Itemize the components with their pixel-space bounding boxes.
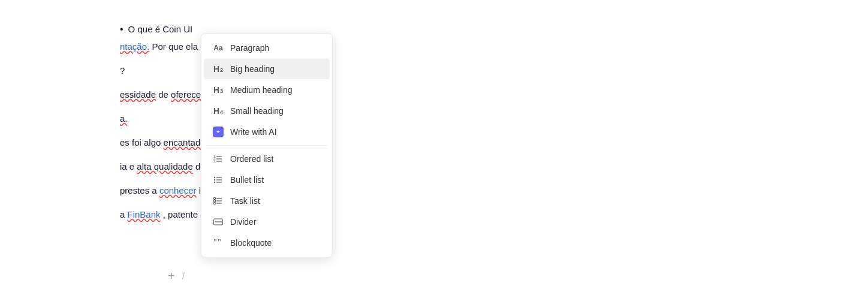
ordered-list-icon: 1. 2. 3. (212, 153, 224, 165)
paragraph-icon: Aa (212, 42, 224, 54)
menu-item-divider[interactable]: Divider (204, 212, 330, 232)
menu-item-label: Task list (230, 196, 260, 206)
editor-area: • O que é Coin UI ntação. Por que ela ex… (0, 0, 868, 301)
menu-item-label: Bullet list (230, 175, 264, 185)
menu-item-label: Small heading (230, 106, 284, 116)
svg-point-6 (214, 177, 215, 178)
menu-item-big-heading[interactable]: H2 Big heading (204, 59, 330, 79)
svg-point-10 (214, 182, 215, 183)
h4-icon: H4 (212, 105, 224, 117)
menu-item-task-list[interactable]: Task list (204, 191, 330, 211)
menu-item-label: Divider (230, 217, 257, 227)
slash-command[interactable]: / (182, 271, 185, 282)
svg-rect-16 (214, 203, 216, 204)
bullet-list-icon (212, 174, 224, 186)
menu-divider (206, 145, 327, 146)
svg-rect-14 (214, 200, 216, 202)
text-span: ntação. (120, 41, 149, 52)
h2-icon: H2 (212, 63, 224, 75)
menu-item-label: Ordered list (230, 154, 273, 164)
menu-item-label: Paragraph (230, 43, 269, 53)
menu-item-write-ai[interactable]: ✦ Write with AI (204, 122, 330, 142)
svg-text:3.: 3. (213, 159, 216, 163)
menu-item-label: Blockquote (230, 238, 272, 248)
bottom-toolbar: + / (168, 269, 185, 283)
bullet-text: O que é Coin UI (128, 24, 193, 34)
menu-item-label: Write with AI (230, 127, 277, 137)
svg-text:": " (218, 238, 221, 247)
task-list-icon (212, 195, 224, 207)
ai-icon: ✦ (212, 126, 224, 138)
format-dropdown: Aa Paragraph H2 Big heading H3 Medium he… (201, 33, 333, 258)
divider-icon (212, 216, 224, 228)
svg-text:": " (213, 238, 217, 247)
menu-item-label: Big heading (230, 64, 275, 74)
menu-item-blockquote[interactable]: " " Blockquote (204, 233, 330, 253)
menu-item-medium-heading[interactable]: H3 Medium heading (204, 80, 330, 100)
menu-item-small-heading[interactable]: H4 Small heading (204, 101, 330, 121)
svg-rect-12 (214, 198, 216, 200)
blockquote-icon: " " (212, 237, 224, 249)
svg-point-8 (214, 179, 215, 180)
menu-item-label: Medium heading (230, 85, 293, 95)
menu-item-paragraph[interactable]: Aa Paragraph (204, 38, 330, 58)
h3-icon: H3 (212, 84, 224, 96)
menu-item-bullet-list[interactable]: Bullet list (204, 170, 330, 190)
menu-item-ordered-list[interactable]: 1. 2. 3. Ordered list (204, 149, 330, 169)
add-block-button[interactable]: + (168, 269, 175, 283)
bullet-dot: • (120, 24, 123, 35)
